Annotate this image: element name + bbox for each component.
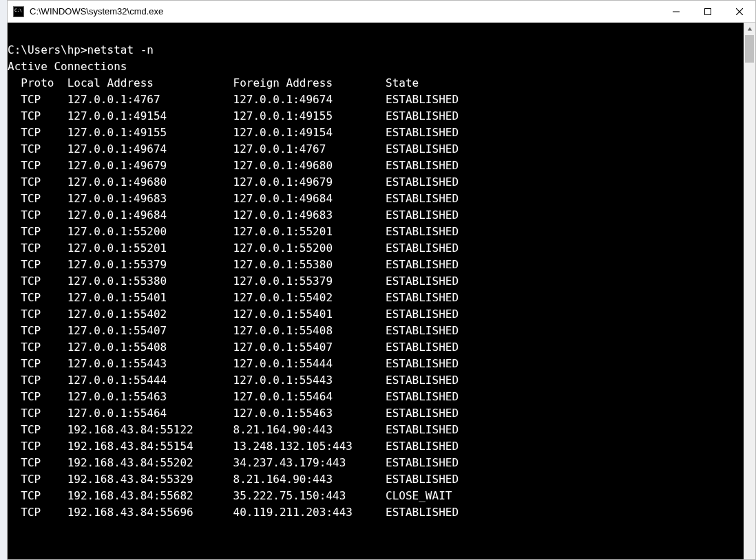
- table-row: TCP 127.0.0.1:55407 127.0.0.1:55408 ESTA…: [8, 323, 744, 339]
- table-row: TCP 192.168.43.84:55202 34.237.43.179:44…: [8, 455, 744, 471]
- maximize-icon: [704, 8, 711, 15]
- terminal-output[interactable]: C:\Users\hp>netstat -nActive Connections…: [8, 23, 744, 559]
- table-row: TCP 127.0.0.1:55201 127.0.0.1:55200 ESTA…: [8, 240, 744, 257]
- svg-rect-1: [705, 8, 711, 14]
- cmd-window: C:\WINDOWS\system32\cmd.exe C:\Users\hp>…: [7, 0, 756, 560]
- table-row: TCP 127.0.0.1:55443 127.0.0.1:55444 ESTA…: [8, 356, 744, 372]
- table-row: TCP 127.0.0.1:49674 127.0.0.1:4767 ESTAB…: [8, 141, 744, 158]
- prompt-line: C:\Users\hp>netstat -n: [8, 42, 744, 58]
- cmd-icon: [13, 6, 24, 17]
- table-row: TCP 127.0.0.1:55444 127.0.0.1:55443 ESTA…: [8, 372, 744, 389]
- table-row: TCP 127.0.0.1:55464 127.0.0.1:55463 ESTA…: [8, 405, 744, 422]
- scroll-up-button[interactable]: [744, 23, 755, 34]
- table-row: TCP 192.168.43.84:55696 40.119.211.203:4…: [8, 504, 744, 521]
- vertical-scrollbar[interactable]: [744, 23, 755, 559]
- table-row: TCP 127.0.0.1:55408 127.0.0.1:55407 ESTA…: [8, 339, 744, 356]
- client-area: C:\Users\hp>netstat -nActive Connections…: [8, 23, 755, 559]
- table-row: TCP 127.0.0.1:49155 127.0.0.1:49154 ESTA…: [8, 125, 744, 141]
- table-row: TCP 127.0.0.1:49684 127.0.0.1:49683 ESTA…: [8, 207, 744, 224]
- window-title: C:\WINDOWS\system32\cmd.exe: [30, 6, 163, 17]
- scroll-thumb[interactable]: [745, 35, 754, 63]
- table-row: TCP 127.0.0.1:55401 127.0.0.1:55402 ESTA…: [8, 290, 744, 306]
- maximize-button[interactable]: [692, 1, 724, 23]
- table-row: TCP 127.0.0.1:55380 127.0.0.1:55379 ESTA…: [8, 273, 744, 290]
- titlebar[interactable]: C:\WINDOWS\system32\cmd.exe: [8, 1, 755, 23]
- table-row: TCP 127.0.0.1:55463 127.0.0.1:55464 ESTA…: [8, 389, 744, 405]
- table-row: TCP 127.0.0.1:49679 127.0.0.1:49680 ESTA…: [8, 158, 744, 174]
- table-row: TCP 127.0.0.1:55379 127.0.0.1:55380 ESTA…: [8, 257, 744, 273]
- close-icon: [736, 8, 743, 15]
- table-row: TCP 127.0.0.1:55402 127.0.0.1:55401 ESTA…: [8, 306, 744, 323]
- table-row: TCP 127.0.0.1:49680 127.0.0.1:49679 ESTA…: [8, 174, 744, 191]
- table-row: TCP 192.168.43.84:55122 8.21.164.90:443 …: [8, 422, 744, 438]
- section-title: Active Connections: [8, 58, 744, 75]
- table-row: TCP 127.0.0.1:55200 127.0.0.1:55201 ESTA…: [8, 224, 744, 240]
- table-row: TCP 127.0.0.1:49683 127.0.0.1:49684 ESTA…: [8, 191, 744, 207]
- close-button[interactable]: [724, 1, 755, 23]
- table-row: TCP 127.0.0.1:4767 127.0.0.1:49674 ESTAB…: [8, 91, 744, 108]
- minimize-icon: [673, 8, 680, 15]
- minimize-button[interactable]: [660, 1, 692, 23]
- table-row: TCP 192.168.43.84:55154 13.248.132.105:4…: [8, 438, 744, 455]
- table-row: TCP 127.0.0.1:49154 127.0.0.1:49155 ESTA…: [8, 108, 744, 125]
- terminal-line: [8, 25, 744, 42]
- chevron-up-icon: [747, 26, 753, 32]
- table-row: TCP 192.168.43.84:55329 8.21.164.90:443 …: [8, 471, 744, 488]
- svg-marker-4: [747, 27, 751, 30]
- table-header: Proto Local Address Foreign Address Stat…: [8, 75, 744, 91]
- table-row: TCP 192.168.43.84:55682 35.222.75.150:44…: [8, 488, 744, 504]
